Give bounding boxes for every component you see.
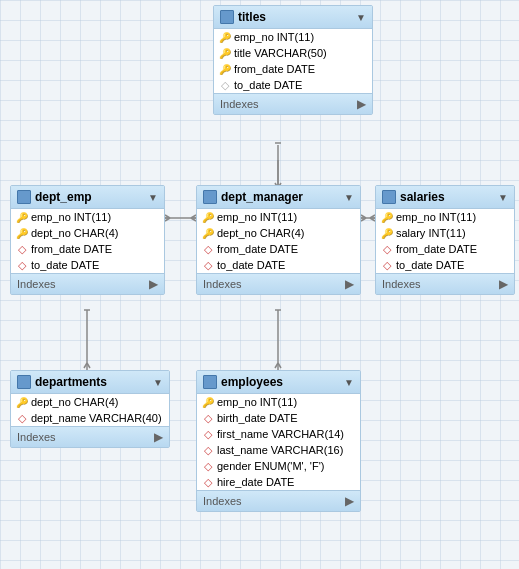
field-key-icon: 🔑 [203, 212, 213, 222]
svg-line-22 [84, 363, 87, 368]
svg-line-11 [165, 218, 170, 221]
expand-icon[interactable]: ▼ [344, 192, 354, 203]
table-name: employees [221, 375, 283, 389]
table-field-row: 🔑 from_date DATE [214, 61, 372, 77]
table-field-row: 🔑 emp_no INT(11) [197, 394, 360, 410]
indexes-label: Indexes [203, 278, 242, 290]
table-header-titles[interactable]: titles ▼ [214, 6, 372, 29]
table-icon [220, 10, 234, 24]
table-field-row: 🔑 dept_no CHAR(4) [11, 225, 164, 241]
indexes-arrow: ▶ [357, 97, 366, 111]
field-text: emp_no INT(11) [31, 211, 111, 223]
field-text: from_date DATE [396, 243, 477, 255]
field-key-icon: 🔑 [382, 212, 392, 222]
table-dept_emp[interactable]: dept_emp ▼ 🔑 emp_no INT(11) 🔑 dept_no CH… [10, 185, 165, 295]
indexes-label: Indexes [220, 98, 259, 110]
table-salaries[interactable]: salaries ▼ 🔑 emp_no INT(11) 🔑 salary INT… [375, 185, 515, 295]
table-field-row: ◇ from_date DATE [11, 241, 164, 257]
field-key-icon: 🔑 [220, 64, 230, 74]
expand-icon[interactable]: ▼ [153, 377, 163, 388]
table-field-row: ◇ gender ENUM('M', 'F') [197, 458, 360, 474]
field-text: from_date DATE [31, 243, 112, 255]
indexes-label: Indexes [17, 431, 56, 443]
field-text: emp_no INT(11) [234, 31, 314, 43]
field-text: hire_date DATE [217, 476, 294, 488]
field-text: emp_no INT(11) [396, 211, 476, 223]
indexes-arrow: ▶ [499, 277, 508, 291]
svg-line-23 [87, 363, 90, 368]
field-text: title VARCHAR(50) [234, 47, 327, 59]
field-key-icon: 🔑 [203, 228, 213, 238]
field-key-icon: 🔑 [382, 228, 392, 238]
field-key-icon: 🔑 [17, 228, 27, 238]
table-field-row: ◇ first_name VARCHAR(14) [197, 426, 360, 442]
indexes-dept_emp[interactable]: Indexes ▶ [11, 273, 164, 294]
svg-line-17 [361, 218, 366, 221]
table-icon [203, 375, 217, 389]
table-header-salaries[interactable]: salaries ▼ [376, 186, 514, 209]
field-text: to_date DATE [396, 259, 464, 271]
svg-line-26 [275, 363, 278, 368]
field-key-icon: ◇ [17, 244, 27, 254]
expand-icon[interactable]: ▼ [356, 12, 366, 23]
indexes-departments[interactable]: Indexes ▶ [11, 426, 169, 447]
field-key-icon: ◇ [17, 413, 27, 423]
table-field-row: ◇ to_date DATE [11, 257, 164, 273]
field-key-icon: ◇ [203, 413, 213, 423]
field-key-icon: 🔑 [17, 397, 27, 407]
indexes-employees[interactable]: Indexes ▶ [197, 490, 360, 511]
field-key-icon: ◇ [203, 445, 213, 455]
field-key-icon: ◇ [203, 477, 213, 487]
table-dept_manager[interactable]: dept_manager ▼ 🔑 emp_no INT(11) 🔑 dept_n… [196, 185, 361, 295]
table-field-row: ◇ to_date DATE [197, 257, 360, 273]
field-key-icon: ◇ [17, 260, 27, 270]
field-key-icon: ◇ [203, 461, 213, 471]
table-field-row: 🔑 salary INT(11) [376, 225, 514, 241]
table-field-row: 🔑 emp_no INT(11) [376, 209, 514, 225]
table-field-row: 🔑 dept_no CHAR(4) [197, 225, 360, 241]
expand-icon[interactable]: ▼ [148, 192, 158, 203]
field-key-icon: ◇ [382, 244, 392, 254]
field-key-icon: 🔑 [220, 48, 230, 58]
table-field-row: ◇ hire_date DATE [197, 474, 360, 490]
field-text: salary INT(11) [396, 227, 466, 239]
field-key-icon: ◇ [203, 429, 213, 439]
table-header-dept_manager[interactable]: dept_manager ▼ [197, 186, 360, 209]
table-icon [17, 375, 31, 389]
indexes-arrow: ▶ [149, 277, 158, 291]
expand-icon[interactable]: ▼ [498, 192, 508, 203]
table-field-row: 🔑 dept_no CHAR(4) [11, 394, 169, 410]
indexes-titles[interactable]: Indexes ▶ [214, 93, 372, 114]
svg-line-16 [361, 215, 366, 218]
field-key-icon: ◇ [203, 244, 213, 254]
table-field-row: ◇ from_date DATE [376, 241, 514, 257]
table-header-dept_emp[interactable]: dept_emp ▼ [11, 186, 164, 209]
field-text: dept_name VARCHAR(40) [31, 412, 162, 424]
field-text: emp_no INT(11) [217, 396, 297, 408]
table-employees[interactable]: employees ▼ 🔑 emp_no INT(11) ◇ birth_dat… [196, 370, 361, 512]
field-text: dept_no CHAR(4) [31, 227, 118, 239]
field-key-icon: 🔑 [220, 32, 230, 42]
table-icon [17, 190, 31, 204]
table-header-employees[interactable]: employees ▼ [197, 371, 360, 394]
table-icon [203, 190, 217, 204]
table-titles[interactable]: titles ▼ 🔑 emp_no INT(11) 🔑 title VARCHA… [213, 5, 373, 115]
table-field-row: ◇ last_name VARCHAR(16) [197, 442, 360, 458]
table-field-row: 🔑 title VARCHAR(50) [214, 45, 372, 61]
field-key-icon: ◇ [382, 260, 392, 270]
field-text: dept_no CHAR(4) [31, 396, 118, 408]
indexes-dept_manager[interactable]: Indexes ▶ [197, 273, 360, 294]
table-field-row: 🔑 emp_no INT(11) [214, 29, 372, 45]
field-text: to_date DATE [31, 259, 99, 271]
indexes-label: Indexes [382, 278, 421, 290]
svg-line-27 [278, 363, 281, 368]
indexes-salaries[interactable]: Indexes ▶ [376, 273, 514, 294]
table-departments[interactable]: departments ▼ 🔑 dept_no CHAR(4) ◇ dept_n… [10, 370, 170, 448]
table-field-row: ◇ birth_date DATE [197, 410, 360, 426]
table-header-departments[interactable]: departments ▼ [11, 371, 169, 394]
field-key-icon: ◇ [220, 80, 230, 90]
expand-icon[interactable]: ▼ [344, 377, 354, 388]
table-name: dept_emp [35, 190, 92, 204]
indexes-arrow: ▶ [154, 430, 163, 444]
field-text: last_name VARCHAR(16) [217, 444, 343, 456]
